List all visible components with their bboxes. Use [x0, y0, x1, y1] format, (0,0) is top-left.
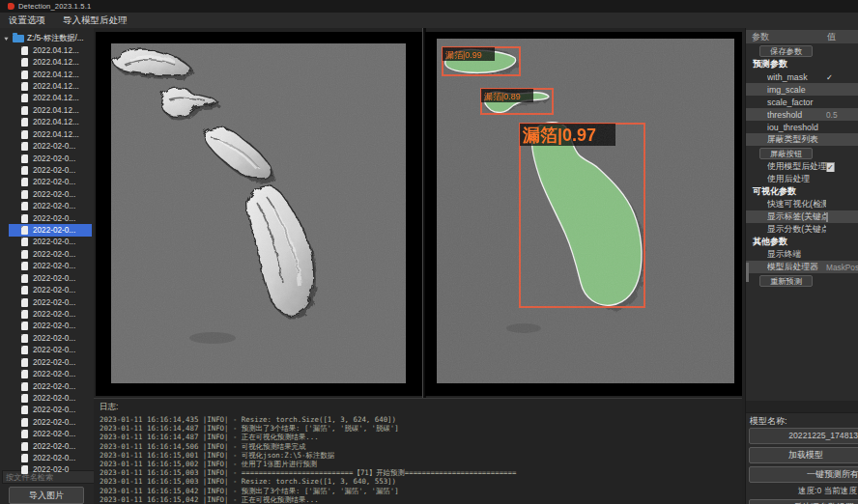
parameters-panel: 参数 值 保存参数预测参数with_mask✓img_scalescale_fa… — [745, 28, 858, 504]
tree-item[interactable]: 2022-02-0... — [0, 405, 94, 416]
menu-item-0[interactable]: 设置选项 — [0, 13, 54, 28]
tree-item-label: 2022.04.12... — [33, 130, 79, 139]
tree-item[interactable]: 2022-02-0... — [0, 392, 94, 404]
tree-item-label: 2022.04.12... — [33, 46, 79, 55]
tree-item[interactable]: 2022-02-0... — [0, 177, 94, 188]
param-row[interactable]: 显示标签(关键点) — [746, 210, 858, 223]
tree-item[interactable]: 2022-02-0... — [0, 308, 94, 320]
tree-item[interactable]: 2022-02-0... — [0, 429, 94, 440]
tree-item[interactable]: 2022.04.12... — [0, 56, 94, 68]
tree-item[interactable]: 2022-02-0... — [0, 368, 94, 379]
param-row[interactable]: 屏蔽类型列表 — [746, 133, 858, 146]
tree-item[interactable]: 2022-02-0... — [0, 153, 94, 164]
tree-item[interactable]: 2022-02-0... — [0, 212, 94, 224]
tree-root-folder[interactable]: ▼ Z:/5-标注数据/... — [0, 32, 94, 44]
param-label: iou_threshold — [767, 123, 826, 132]
tree-item[interactable]: 2022-02-0... — [0, 452, 94, 463]
file-tree-panel[interactable]: ▼ Z:/5-标注数据/... 2022.04.12...2022.04.12.… — [0, 28, 95, 504]
load-model-button[interactable]: 加载模型 — [749, 447, 858, 463]
tree-item[interactable]: 2022-02-0... — [0, 224, 94, 236]
param-row[interactable]: 使用后处理 — [746, 173, 858, 185]
window-title: Detection_2023.1.5.1 — [18, 2, 91, 11]
tree-item-label: 2022-02-0... — [33, 394, 75, 403]
tree-item[interactable]: 2022-02-0... — [0, 200, 94, 211]
center-area: 漏箔|0.99漏箔|0.89漏箔|0.97 日志: 2023-01-11 16:… — [94, 28, 745, 504]
tree-item[interactable]: 2022-02-0... — [0, 248, 94, 260]
postprocess-settings-button[interactable]: 后处理参数设置 — [749, 499, 858, 504]
tree-item[interactable]: 2022-02-0... — [0, 321, 94, 332]
param-checkbox[interactable] — [826, 212, 828, 222]
folder-icon — [13, 35, 24, 42]
tree-item[interactable]: 2022-02-0... — [0, 284, 94, 295]
tree-item[interactable]: 2022.04.12... — [0, 69, 94, 80]
tree-item[interactable]: 2022-02-0... — [0, 332, 94, 344]
param-row[interactable]: with_mask✓ — [746, 70, 858, 83]
file-icon — [21, 58, 28, 67]
param-row[interactable]: 快速可视化(检测) — [746, 198, 858, 210]
log-line: 2023-01-11 16:16:14,506 |INFO| - 可视化预测结果… — [100, 442, 742, 451]
model-name-label: 模型名称: — [750, 415, 787, 428]
tree-item[interactable]: 2022-02-0... — [0, 440, 94, 452]
panel-scrollbar-thumb[interactable] — [746, 263, 749, 282]
prediction-image: 漏箔|0.99漏箔|0.89漏箔|0.97 — [437, 39, 734, 383]
prediction-image-viewer[interactable]: 漏箔|0.99漏箔|0.89漏箔|0.97 — [425, 32, 742, 396]
log-line: 2023-01-11 16:16:15,002 |INFO| - 使用了1张图片… — [100, 460, 742, 468]
param-value: ✓ — [826, 72, 858, 82]
param-label: 显示标签(关键点) — [767, 211, 826, 223]
speed-status: 速度:0 当前速度 — [746, 485, 857, 497]
file-icon — [21, 118, 28, 126]
tree-item[interactable]: 2022-02-0... — [0, 356, 94, 368]
param-row[interactable]: threshold0.5 — [746, 108, 858, 121]
param-row[interactable]: 显示分数(关键点) — [746, 223, 858, 236]
param-row[interactable]: scale_factor — [746, 96, 858, 108]
tree-item[interactable]: 2022-02-0... — [0, 261, 94, 272]
file-icon — [21, 214, 28, 223]
original-image-viewer[interactable] — [96, 32, 422, 396]
param-button[interactable]: 保存参数 — [759, 45, 813, 57]
tree-item[interactable]: 2022-02-0... — [0, 164, 94, 176]
tree-item[interactable]: 2022-02-0... — [0, 237, 94, 248]
file-icon — [21, 190, 28, 199]
tree-item[interactable]: 2022-02-0... — [0, 272, 94, 284]
file-icon — [21, 142, 28, 151]
tree-item[interactable]: 2022.04.12... — [0, 44, 94, 56]
tree-item-label: 2022.04.12... — [33, 82, 79, 91]
tree-item[interactable]: 2022-02-0... — [0, 296, 94, 308]
log-panel[interactable]: 日志: 2023-01-11 16:16:14,435 |INFO| - Res… — [94, 398, 742, 504]
tree-item[interactable]: 2022-02-0... — [0, 140, 94, 152]
tree-item[interactable]: 2022.04.12... — [0, 104, 94, 116]
param-row[interactable]: img_scale — [746, 83, 858, 96]
log-line: 2023-01-11 16:16:14,435 |INFO| - Resize:… — [100, 415, 742, 424]
param-row[interactable]: 使用模型后处理✓ — [746, 160, 858, 173]
param-button[interactable]: 重新预测 — [759, 275, 813, 287]
tree-item-label: 2022-02-0... — [33, 382, 75, 391]
tree-item[interactable]: 2022.04.12... — [0, 93, 94, 104]
predict-all-button[interactable]: 一键预测所有 — [749, 466, 858, 483]
tree-item[interactable]: 2022.04.12... — [0, 80, 94, 92]
params-table-header: 参数 值 — [746, 30, 858, 43]
model-name-value[interactable]: 20221225_174813 — [749, 428, 858, 444]
file-icon — [21, 442, 28, 451]
file-icon — [21, 250, 28, 259]
tree-item[interactable]: 2022-02-0... — [0, 380, 94, 392]
tree-item-label: 2022-02-0... — [33, 202, 75, 210]
chevron-down-icon[interactable]: ▼ — [3, 36, 10, 42]
param-checkbox[interactable]: ✓ — [826, 162, 835, 172]
tree-item-list[interactable]: 2022.04.12...2022.04.12...2022.04.12...2… — [0, 44, 94, 494]
file-icon — [21, 130, 28, 139]
param-button-row: 保存参数 — [746, 43, 858, 58]
tree-item[interactable]: 2022-02-0... — [0, 416, 94, 428]
menu-item-1[interactable]: 导入模型后处理 — [54, 13, 136, 28]
param-row[interactable]: 显示终端 — [746, 248, 858, 261]
tree-item[interactable]: 2022-02-0... — [0, 345, 94, 356]
window-titlebar: Detection_2023.1.5.1 — [0, 0, 858, 13]
tree-item[interactable]: 2022.04.12... — [0, 128, 94, 140]
tree-item[interactable]: 2022-02-0... — [0, 188, 94, 200]
log-line: 2023-01-11 16:16:15,003 |INFO| - Resize:… — [100, 477, 742, 486]
param-row[interactable]: 模型后处理器MaskPostPro — [746, 261, 858, 273]
param-button[interactable]: 屏蔽按钮 — [759, 148, 813, 159]
import-image-button[interactable]: 导入图片 — [9, 487, 84, 504]
tree-item[interactable]: 2022.04.12... — [0, 117, 94, 128]
log-line: 2023-01-11 16:16:15,001 |INFO| - 可视化json… — [100, 451, 742, 460]
param-row[interactable]: iou_threshold — [746, 121, 858, 133]
